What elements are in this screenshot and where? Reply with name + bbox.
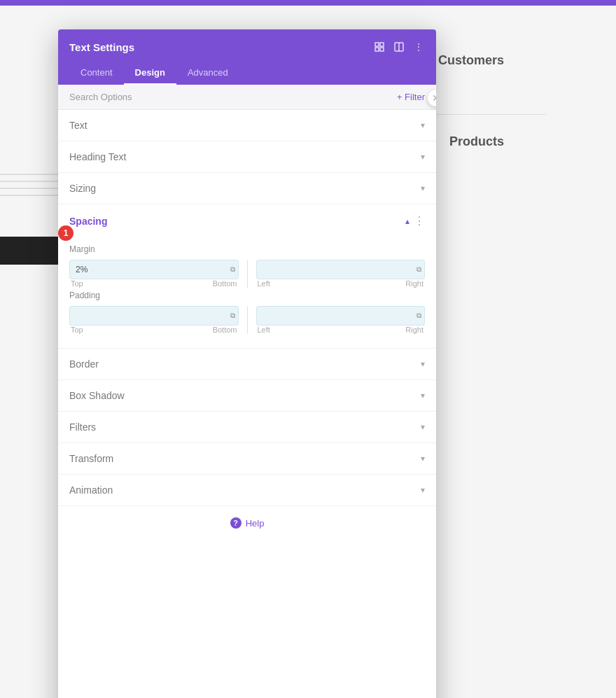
section-transform-label: Transform <box>69 453 113 464</box>
split-icon[interactable] <box>393 41 405 53</box>
section-heading-text-arrow: ▾ <box>421 152 425 162</box>
search-placeholder: Search Options <box>69 92 132 102</box>
modal-header-icons: ⋮ <box>373 41 425 62</box>
padding-left-right-field: ⧉ Left Right <box>256 306 426 334</box>
section-spacing-header[interactable]: Spacing ▴ ⋮ <box>58 204 436 237</box>
margin-right-label: Right <box>405 279 424 288</box>
section-box-shadow: Box Shadow ▾ <box>58 380 436 412</box>
section-animation-header[interactable]: Animation ▾ <box>58 475 436 505</box>
help-icon: ? <box>230 517 241 529</box>
section-border: Border ▾ <box>58 349 436 380</box>
section-filters-header[interactable]: Filters ▾ <box>58 412 436 442</box>
section-sizing: Sizing ▾ <box>58 173 436 204</box>
section-filters-arrow: ▾ <box>421 422 425 432</box>
section-text-label: Text <box>69 120 88 131</box>
margin-left-label: Left <box>258 279 270 288</box>
section-animation-arrow: ▾ <box>421 485 425 495</box>
tab-content[interactable]: Content <box>69 62 124 85</box>
modal-header: Text Settings ⋮ <box>58 29 436 62</box>
section-heading-text-label: Heading Text <box>69 151 126 162</box>
bg-lines <box>0 174 59 202</box>
modal-tabs: Content Design Advanced <box>58 62 436 85</box>
bg-black-bar <box>0 237 59 265</box>
margin-left-right-input[interactable]: ⧉ <box>256 260 426 279</box>
padding-left-right-input[interactable]: ⧉ <box>256 306 426 326</box>
margin-label: Margin <box>69 244 425 254</box>
padding-bottom-label: Bottom <box>213 326 237 334</box>
padding-tb-labels: Top Bottom <box>69 326 239 334</box>
padding-left-label: Left <box>258 326 270 334</box>
filter-button[interactable]: + Filter <box>397 92 425 102</box>
padding-right-label: Right <box>405 326 424 334</box>
padding-top-bottom-field: ⧉ Top Bottom <box>69 306 239 334</box>
margin-top-bottom-value: 2% <box>76 265 88 274</box>
top-bar <box>0 0 616 6</box>
tab-design[interactable]: Design <box>124 62 176 85</box>
section-sizing-label: Sizing <box>69 183 96 194</box>
section-text: Text ▾ <box>58 110 436 141</box>
section-transform: Transform ▾ <box>58 443 436 475</box>
margin-lr-link-icon: ⧉ <box>416 265 421 274</box>
more-icon[interactable]: ⋮ <box>412 41 425 53</box>
spacing-content: Margin 2% ⧉ Top Bottom <box>58 237 436 348</box>
section-spacing-menu[interactable]: ⋮ <box>414 214 425 228</box>
margin-divider <box>247 260 248 288</box>
padding-divider <box>247 306 248 334</box>
section-filters-label: Filters <box>69 421 96 433</box>
section-heading-text-header[interactable]: Heading Text ▾ <box>58 141 436 172</box>
margin-top-bottom-field: 2% ⧉ Top Bottom <box>69 260 239 288</box>
padding-label: Padding <box>69 291 425 300</box>
margin-tb-link-icon: ⧉ <box>230 265 235 274</box>
search-bar: Search Options + Filter <box>58 85 436 110</box>
margin-top-label: Top <box>71 279 83 288</box>
section-spacing: Spacing ▴ ⋮ Margin 2% ⧉ Top Bottom <box>58 204 436 349</box>
section-heading-text: Heading Text ▾ <box>58 141 436 173</box>
svg-rect-3 <box>380 48 384 51</box>
modal-title: Text Settings <box>69 41 134 62</box>
bg-customers-text: Customers <box>438 53 504 68</box>
section-transform-arrow: ▾ <box>421 454 425 463</box>
svg-rect-1 <box>380 43 384 46</box>
section-spacing-arrow: ▴ <box>405 216 410 226</box>
section-box-shadow-header[interactable]: Box Shadow ▾ <box>58 380 436 411</box>
section-border-arrow: ▾ <box>421 359 425 369</box>
svg-rect-2 <box>375 48 379 51</box>
section-sizing-arrow: ▾ <box>421 183 425 193</box>
padding-top-bottom-input[interactable]: ⧉ <box>69 306 239 326</box>
svg-rect-0 <box>375 43 379 46</box>
section-transform-header[interactable]: Transform ▾ <box>58 443 436 474</box>
section-text-arrow: ▾ <box>421 120 425 130</box>
modal-spacer <box>58 540 436 698</box>
section-animation-label: Animation <box>69 484 113 496</box>
expand-icon[interactable] <box>373 41 386 53</box>
section-box-shadow-arrow: ▾ <box>421 391 425 400</box>
tab-advanced[interactable]: Advanced <box>176 62 239 85</box>
margin-tb-labels: Top Bottom <box>69 279 239 288</box>
padding-row: ⧉ Top Bottom ⧉ Left Right <box>69 306 425 334</box>
section-filters: Filters ▾ <box>58 412 436 443</box>
section-border-header[interactable]: Border ▾ <box>58 349 436 379</box>
padding-lr-link-icon: ⧉ <box>416 312 421 320</box>
section-border-label: Border <box>69 358 99 370</box>
margin-lr-labels: Left Right <box>256 279 426 288</box>
section-animation: Animation ▾ <box>58 475 436 506</box>
bg-line-4 <box>0 195 59 196</box>
section-text-header[interactable]: Text ▾ <box>58 110 436 141</box>
section-sizing-header[interactable]: Sizing ▾ <box>58 173 436 204</box>
text-settings-modal: Text Settings ⋮ Content Design A <box>58 29 436 698</box>
step-badge: 1 <box>58 225 74 241</box>
bg-line-2 <box>0 181 59 182</box>
padding-tb-link-icon: ⧉ <box>230 312 235 320</box>
margin-top-bottom-input[interactable]: 2% ⧉ <box>69 260 239 279</box>
help-row: ? Help <box>58 506 436 540</box>
bg-line-1 <box>0 174 59 175</box>
section-spacing-label: Spacing <box>69 216 107 227</box>
padding-top-label: Top <box>71 326 83 334</box>
margin-left-right-field: ⧉ Left Right <box>256 260 426 288</box>
bg-line-3 <box>0 188 59 189</box>
bg-products-text: Products <box>449 134 504 149</box>
help-text[interactable]: Help <box>246 518 265 529</box>
margin-bottom-label: Bottom <box>213 279 237 288</box>
padding-lr-labels: Left Right <box>256 326 426 334</box>
section-box-shadow-label: Box Shadow <box>69 390 125 401</box>
